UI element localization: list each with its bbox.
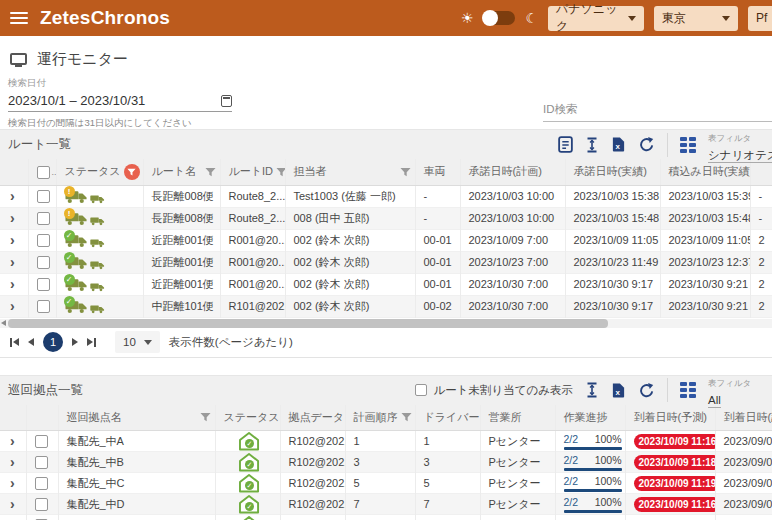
table-row[interactable]: › ✓ 近距離001便 R001@20... 002 (鈴木 次郎) 00-01…: [0, 251, 772, 273]
expand-row-icon[interactable]: ›: [10, 299, 15, 313]
row-checkbox[interactable]: [35, 435, 48, 448]
search-date-field[interactable]: 検索日付 2023/10/1 – 2023/10/31 検索日付の間隔は31日以…: [8, 77, 232, 130]
progress-bar: [564, 447, 622, 450]
id-search-placeholder: ID検索: [543, 103, 578, 115]
site-select[interactable]: 東京: [654, 6, 738, 31]
user-select-partial[interactable]: Pf: [748, 6, 772, 31]
select-all-checkbox[interactable]: [37, 166, 50, 179]
row-checkbox[interactable]: [37, 256, 50, 269]
partial-cell: 2: [750, 273, 772, 295]
progress-bar: [564, 468, 622, 471]
table-row[interactable]: › 集配先_中C ✓ R102@202... 5 5 Pセンター 2/2100%…: [0, 473, 772, 494]
header-dots: ..: [52, 167, 57, 177]
route-name-cell: 長距離008便: [143, 185, 220, 207]
menu-icon[interactable]: [10, 12, 28, 24]
route-name-cell: 長距離008便: [143, 207, 220, 229]
expand-row-icon[interactable]: ›: [10, 476, 15, 490]
table-row[interactable]: › ! 長距離008便 Route8_2... Test1003 (佐藤 一郎)…: [0, 185, 772, 207]
expand-row-icon[interactable]: ›: [10, 211, 15, 225]
expand-row-icon[interactable]: ›: [10, 255, 15, 269]
work-progress: 2/2100%: [564, 454, 622, 471]
company-select[interactable]: パナソニック: [548, 6, 644, 31]
row-checkbox[interactable]: [37, 278, 50, 291]
route-table: .. ステータス ルート名 ルートID 担当者 車両 承諾日時(計画) 承諾日時…: [0, 159, 772, 318]
table-filter-value[interactable]: All: [708, 394, 721, 408]
col-header-progress: 作業進捗: [555, 405, 625, 431]
filter-funnel-icon[interactable]: [400, 167, 411, 177]
filter-funnel-icon[interactable]: [276, 167, 285, 177]
active-filter-icon[interactable]: [124, 164, 140, 180]
current-page-indicator[interactable]: 1: [43, 332, 63, 352]
progress-bar: [564, 489, 622, 492]
table-row[interactable]: › ✓ 近距離001便 R001@20... 002 (鈴木 次郎) 00-01…: [0, 273, 772, 295]
approve-plan-cell: 2023/10/30 7:00: [460, 273, 565, 295]
last-page-button[interactable]: [87, 338, 96, 347]
table-row[interactable]: › ✓: [0, 515, 772, 520]
driver-cell: 3: [415, 452, 480, 473]
header-controls: ☀ ☾ パナソニック 東京 Pf: [461, 6, 772, 31]
expand-row-icon[interactable]: ›: [10, 455, 15, 469]
table-row[interactable]: › ✓ 中距離101便 R101@202... 002 (鈴木 次郎) 00-0…: [0, 295, 772, 317]
table-row[interactable]: › ✓ 近距離001便 R001@20... 002 (鈴木 次郎) 00-01…: [0, 229, 772, 251]
filter-funnel-icon[interactable]: [401, 412, 412, 422]
expand-row-icon[interactable]: ›: [10, 497, 15, 511]
first-page-button[interactable]: [10, 338, 19, 347]
unassigned-only-label: ルート未割り当てのみ表示: [433, 383, 573, 398]
row-checkbox[interactable]: [35, 498, 48, 511]
plan-order-cell: 3: [345, 452, 415, 473]
stop-table-wrap: 巡回拠点名 ステータス 拠点データ 計画順序 ドライバー 営業所 作業進捗 到着…: [0, 405, 772, 520]
unassigned-only-checkbox[interactable]: ルート未割り当てのみ表示: [415, 383, 573, 398]
scrollbar-thumb[interactable]: [8, 319, 608, 328]
theme-toggle[interactable]: [483, 11, 515, 25]
table-layout-icon[interactable]: [680, 137, 696, 153]
row-checkbox[interactable]: [37, 300, 50, 313]
scroll-left-icon[interactable]: [1, 320, 6, 326]
next-page-button[interactable]: [72, 338, 78, 346]
prev-page-button[interactable]: [28, 338, 34, 346]
row-height-icon[interactable]: [585, 137, 599, 153]
filter-funnel-icon[interactable]: [200, 412, 211, 422]
table-row[interactable]: › 集配先_中B ✓ R102@202... 3 3 Pセンター 2/2100%…: [0, 452, 772, 473]
sun-icon[interactable]: ☀: [461, 11, 474, 25]
row-height-icon[interactable]: [585, 382, 599, 398]
excel-export-icon[interactable]: [611, 382, 626, 399]
stop-status-house-icon: ✓: [239, 515, 260, 520]
expand-row-icon[interactable]: ›: [10, 189, 15, 203]
calendar-icon[interactable]: [221, 95, 232, 107]
page-size-select[interactable]: 10: [115, 331, 160, 353]
vehicle-cell: -: [415, 207, 460, 229]
row-checkbox[interactable]: [35, 477, 48, 490]
approve-actual-cell: 2023/10/03 15:48: [565, 207, 660, 229]
horizontal-scrollbar[interactable]: [0, 319, 772, 328]
office-cell: Pセンター: [480, 431, 555, 452]
row-checkbox[interactable]: [37, 212, 50, 225]
load-actual-cell: 2023/10/23 12:37: [660, 251, 750, 273]
stop-data-cell: R102@202...: [280, 431, 345, 452]
expand-row-icon[interactable]: ›: [10, 434, 15, 448]
row-checkbox[interactable]: [37, 234, 50, 247]
table-filter-value[interactable]: シナリオテス: [708, 149, 772, 163]
refresh-icon[interactable]: [638, 136, 655, 153]
refresh-icon[interactable]: [638, 382, 655, 399]
row-checkbox[interactable]: [37, 190, 50, 203]
table-filter-select[interactable]: 表フィルタ All: [708, 372, 766, 408]
expand-row-icon[interactable]: ›: [10, 277, 15, 291]
row-checkbox[interactable]: [35, 456, 48, 469]
excel-export-icon[interactable]: [611, 136, 626, 153]
id-search-input[interactable]: ID検索: [543, 99, 772, 122]
search-date-value[interactable]: 2023/10/1 – 2023/10/31: [8, 93, 145, 108]
table-row[interactable]: › 集配先_中A ✓ R102@202... 1 1 Pセンター 2/2100%…: [0, 431, 772, 452]
eta-predicted-badge: 2023/10/09 11:19: [634, 476, 716, 491]
moon-icon[interactable]: ☾: [525, 11, 538, 25]
approve-plan-cell: 2023/10/23 7:00: [460, 251, 565, 273]
report-icon[interactable]: [558, 136, 573, 153]
filter-funnel-icon[interactable]: [205, 167, 216, 177]
table-row[interactable]: › ! 長距離008便 Route8_2... 008 (田中 五郎) - 20…: [0, 207, 772, 229]
table-filter-select[interactable]: 表フィルタ シナリオテス: [708, 127, 766, 163]
checkbox-icon[interactable]: [415, 384, 427, 396]
table-layout-icon[interactable]: [680, 382, 696, 398]
expand-row-icon[interactable]: ›: [10, 233, 15, 247]
col-header-partial: [750, 159, 772, 185]
partial-cell: 2: [750, 251, 772, 273]
table-row[interactable]: › 集配先_中D ✓ R102@202... 7 7 Pセンター 2/2100%…: [0, 494, 772, 515]
